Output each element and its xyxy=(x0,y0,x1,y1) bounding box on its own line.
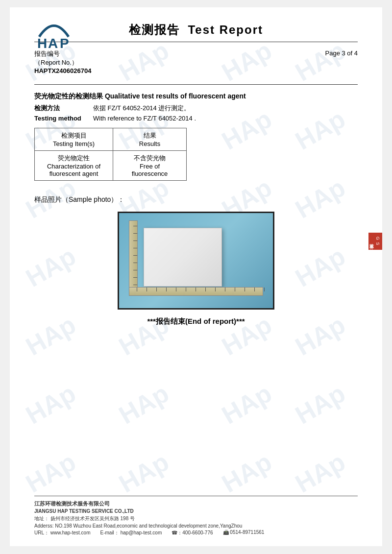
address-label-cn: 地址： xyxy=(34,516,49,521)
footer-company-en: JIANGSU HAP TESTING SERVICE CO.,LTD xyxy=(34,508,358,514)
method-label-en: Testing method xyxy=(34,115,93,122)
side-seal: G S技术服务转用章D xyxy=(368,233,382,250)
page-info: Page 3 of 4 xyxy=(325,49,358,57)
footer-address-en: Adderss: NO.198 Wuzhou East Road,economi… xyxy=(34,523,358,529)
col1-header-cn: 检测项目 xyxy=(45,131,103,140)
row1-item-cn: 荧光物定性 xyxy=(45,154,103,163)
footer-phone: ☎：400-6600-776 xyxy=(172,530,213,536)
header-divider xyxy=(34,42,358,42)
footer-email: E-mail： hap@hap-test.com xyxy=(100,530,162,536)
svg-text:A: A xyxy=(48,36,58,51)
ruler-vertical xyxy=(129,220,138,296)
address-en: NO.198 Wuzhou East Road,economic and tec… xyxy=(55,523,242,529)
method-value-en: With reference to FZ/T 64052-2014 . xyxy=(93,115,358,122)
seal-text: G S技术服务转用章D xyxy=(358,237,380,246)
section-heading: 荧光物定性的检测结果 Qualitative test results of f… xyxy=(34,92,358,101)
sample-photo-section: 样品照片（Sample photo）： xyxy=(34,195,358,326)
document-title-block: 检测报告 Test Report xyxy=(34,22,358,38)
footer-fax: 📠 0514-89711561 xyxy=(223,530,265,536)
footer-contact-row: URL： www.hap-test.com E-mail： hap@hap-te… xyxy=(34,530,358,536)
footer-url: URL： www.hap-test.com xyxy=(34,530,91,536)
report-info-row: 报告编号 （Report No.） HAPTX2406026704 Page 3… xyxy=(34,49,358,74)
content-divider xyxy=(34,84,358,85)
address-cn: 扬州市经济技术开发区吴州东路 198 号 xyxy=(50,516,135,521)
watermark: HAp xyxy=(290,378,350,430)
table-header-result: 结果 Results xyxy=(113,128,187,151)
svg-text:H: H xyxy=(37,36,47,51)
method-row-en: Testing method With reference to FZ/T 64… xyxy=(34,115,358,122)
method-row-cn: 检测方法 依据 FZ/T 64052-2014 进行测定。 xyxy=(34,104,358,113)
document-title: 检测报告 xyxy=(129,23,180,36)
sample-photo xyxy=(119,213,273,308)
watermark: HAp xyxy=(114,447,174,498)
document-title-en: Test Report xyxy=(188,23,263,36)
fabric-sample xyxy=(144,228,222,287)
row1-result-cn: 不含荧光物 xyxy=(123,154,176,163)
table-header-item: 检测项目 Testing Item(s) xyxy=(35,128,113,151)
ruler-horizontal xyxy=(129,287,263,296)
table-row-result: 不含荧光物 Free of fluorescence xyxy=(113,151,187,181)
row1-item-en: Characterization of fluorescent agent xyxy=(45,163,103,177)
method-value-cn: 依据 FZ/T 64052-2014 进行测定。 xyxy=(93,104,358,113)
watermark: HAp xyxy=(217,447,277,498)
col2-header-en: Results xyxy=(123,140,176,147)
col2-header-cn: 结果 xyxy=(123,131,176,140)
watermark: HAp xyxy=(21,447,81,498)
report-no-value: HAPTX2406026704 xyxy=(34,67,91,74)
footer-company-cn: 江苏环谱检测技术服务有限公司 xyxy=(34,500,358,507)
watermark: HAp xyxy=(290,447,350,498)
logo: H A P xyxy=(34,20,74,53)
table-row-item: 荧光物定性 Characterization of fluorescent ag… xyxy=(35,151,113,181)
footer: 江苏环谱检测技术服务有限公司 JIANGSU HAP TESTING SERVI… xyxy=(34,496,358,536)
address-label-en: Adderss: xyxy=(34,523,53,529)
row1-result-en: Free of fluorescence xyxy=(123,163,176,177)
col1-header-en: Testing Item(s) xyxy=(45,140,103,147)
svg-text:P: P xyxy=(60,36,69,51)
end-of-report: ***报告结束(End of report)*** xyxy=(34,317,358,326)
report-no-label-en: （Report No.） xyxy=(34,59,78,66)
method-label-cn: 检测方法 xyxy=(34,104,93,113)
result-table: 检测项目 Testing Item(s) 结果 Results 荧光物定性 Ch… xyxy=(34,128,187,181)
sample-photo-frame xyxy=(118,212,274,310)
photo-container xyxy=(34,212,358,310)
footer-address-cn: 地址： 扬州市经济技术开发区吴州东路 198 号 xyxy=(34,515,358,522)
watermark: HAp xyxy=(114,378,174,430)
document-page: HAp HAp HAp HAp HAp HAp HAp HAp HAp HAp … xyxy=(10,7,382,546)
watermark: HAp xyxy=(217,378,277,430)
sample-label: 样品照片（Sample photo）： xyxy=(34,195,358,204)
watermark: HAp xyxy=(21,378,81,430)
